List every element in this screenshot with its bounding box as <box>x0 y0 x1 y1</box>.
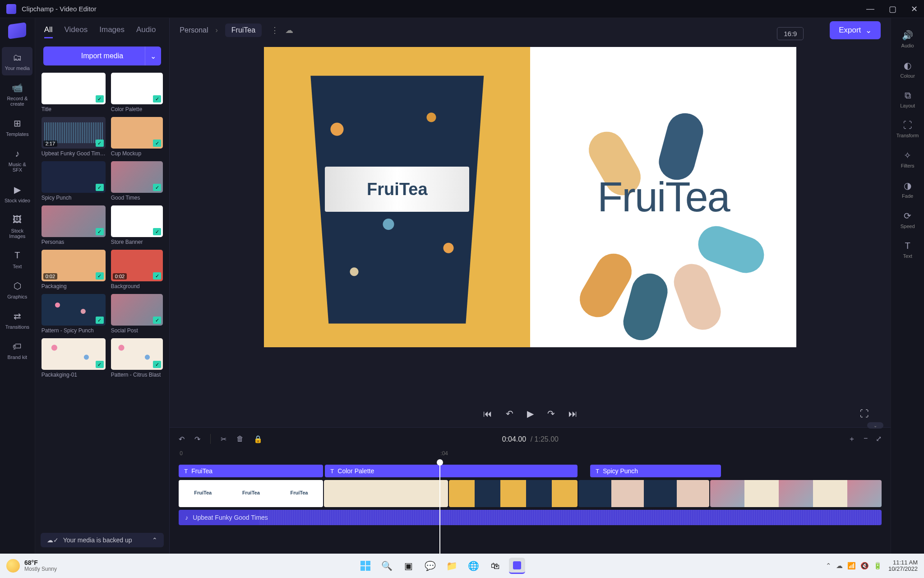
tool-audio[interactable]: 🔊Audio <box>893 25 922 53</box>
clipchamp-logo-icon[interactable] <box>8 22 26 39</box>
check-icon: ✓ <box>153 317 161 324</box>
minimize-button[interactable]: — <box>866 4 874 14</box>
taskbar-edge[interactable]: 🌐 <box>466 558 482 574</box>
media-item[interactable]: ✓Spicy Punch <box>42 161 106 201</box>
media-item[interactable]: ✓Personas <box>42 205 106 245</box>
media-thumbnail: ✓ <box>111 73 163 104</box>
fit-timeline-button[interactable]: ⤢ <box>876 434 882 444</box>
rail-record-create[interactable]: 📹Record & create <box>2 77 32 111</box>
chevron-up-icon[interactable]: ⌃ <box>152 536 157 544</box>
title-clip[interactable]: TFruiTea <box>179 465 323 477</box>
tool-filters[interactable]: ✧Filters <box>893 145 922 173</box>
rail-stock-video[interactable]: ▶Stock video <box>2 179 32 208</box>
media-label: Upbeat Funky Good Tim… <box>42 150 106 157</box>
tool-layout[interactable]: ⧉Layout <box>893 86 922 113</box>
backup-status[interactable]: ☁✓ Your media is backed up ⌃ <box>41 533 164 547</box>
tool-transform[interactable]: ⛶Transform <box>893 116 922 143</box>
media-item[interactable]: ✓Title <box>42 73 106 112</box>
media-item[interactable]: ✓Good Times <box>111 161 163 201</box>
taskbar-store[interactable]: 🛍 <box>487 558 504 574</box>
title-track: TFruiTeaTColor PaletteTSpicy Punch <box>179 465 882 477</box>
media-item[interactable]: ✓0:02Background <box>111 250 163 289</box>
media-item[interactable]: ✓Pattern - Spicy Punch <box>42 294 106 334</box>
tool-fade[interactable]: ◑Fade <box>893 176 922 203</box>
playhead[interactable] <box>439 462 440 554</box>
tool-colour[interactable]: ◐Colour <box>893 56 922 83</box>
media-thumbnail: ✓2:17 <box>42 117 106 149</box>
taskbar-clipchamp[interactable] <box>509 558 525 574</box>
split-button[interactable]: ✂ <box>221 435 226 443</box>
media-label: Spicy Punch <box>42 195 106 201</box>
video-preview[interactable]: 16:9 FruiTea Fru <box>264 47 796 347</box>
tab-images[interactable]: Images <box>99 25 125 38</box>
media-item[interactable]: ✓Packakging-01 <box>42 338 106 378</box>
zoom-in-button[interactable]: ＋ <box>848 434 855 444</box>
tray-onedrive-icon[interactable]: ☁ <box>836 562 843 570</box>
lock-button[interactable]: 🔒 <box>254 435 263 443</box>
skip-back-button[interactable]: ⏮ <box>483 409 492 419</box>
rail-text[interactable]: TText <box>2 245 32 274</box>
breadcrumb-project[interactable]: FruiTea <box>225 23 262 37</box>
aspect-ratio-badge[interactable]: 16:9 <box>777 27 804 40</box>
taskbar-taskview[interactable]: ▣ <box>401 558 417 574</box>
zoom-out-button[interactable]: − <box>864 434 868 444</box>
tray-battery-icon[interactable]: 🔋 <box>873 562 882 570</box>
cloud-sync-icon[interactable]: ☁ <box>285 25 293 35</box>
delete-button[interactable]: 🗑 <box>236 435 244 443</box>
media-item[interactable]: ✓0:02Packaging <box>42 250 106 289</box>
rail-brand-kit[interactable]: 🏷Brand kit <box>2 336 32 364</box>
tab-audio[interactable]: Audio <box>136 25 156 38</box>
media-thumbnail: ✓ <box>42 161 106 193</box>
rewind-button[interactable]: ↶ <box>506 408 513 419</box>
media-item[interactable]: ✓Store Banner <box>111 205 163 245</box>
start-button[interactable] <box>357 558 374 574</box>
maximize-button[interactable]: ▢ <box>889 4 896 14</box>
rail-transitions[interactable]: ⇄Transitions <box>2 306 32 334</box>
tray-chevron-icon[interactable]: ⌃ <box>826 562 832 570</box>
tab-all[interactable]: All <box>44 25 53 38</box>
media-item[interactable]: ✓Social Post <box>111 294 163 334</box>
taskbar-chat[interactable]: 💬 <box>422 558 439 574</box>
media-thumbnail: ✓ <box>111 294 163 326</box>
breadcrumb-root[interactable]: Personal <box>180 26 208 34</box>
chevron-down-icon[interactable]: ⌄ <box>145 47 161 65</box>
audio-icon: 🔊 <box>902 30 913 41</box>
duration-badge: 2:17 <box>43 140 57 147</box>
video-track[interactable]: FruiTeaFruiTeaFruiTea <box>179 480 882 507</box>
title-clip[interactable]: TSpicy Punch <box>590 465 721 477</box>
audio-track[interactable]: ♪ Upbeat Funky Good Times <box>179 510 882 525</box>
rail-templates[interactable]: ⊞Templates <box>2 113 32 141</box>
media-item[interactable]: ✓Pattern - Citrus Blast <box>111 338 163 378</box>
tray-wifi-icon[interactable]: 📶 <box>847 562 856 570</box>
undo-button[interactable]: ↶ <box>179 435 185 443</box>
skip-forward-button[interactable]: ⏭ <box>568 409 578 419</box>
tool-speed[interactable]: ⟳Speed <box>893 206 922 233</box>
media-thumbnail: ✓ <box>111 338 163 370</box>
export-button[interactable]: Export ⌄ <box>830 21 881 39</box>
media-item[interactable]: ✓Cup Mockup <box>111 117 163 157</box>
import-media-button[interactable]: Import media ⌄ <box>43 47 162 65</box>
transition-icon: ⇄ <box>11 310 23 322</box>
close-button[interactable]: ✕ <box>911 4 918 14</box>
redo-button[interactable]: ↷ <box>194 435 200 443</box>
taskbar-explorer[interactable]: 📁 <box>444 558 460 574</box>
rail-graphics[interactable]: ⬡Graphics <box>2 275 32 304</box>
fullscreen-button[interactable]: ⛶ <box>860 409 869 419</box>
title-clip[interactable]: TColor Palette <box>325 465 578 477</box>
tab-videos[interactable]: Videos <box>65 25 88 38</box>
tray-volume-icon[interactable]: 🔇 <box>860 562 869 570</box>
taskbar-weather[interactable]: 68°F Mostly Sunny <box>6 559 57 573</box>
folder-icon: 🗂 <box>11 51 23 63</box>
rail-music-sfx[interactable]: ♪Music & SFX <box>2 143 32 177</box>
forward-button[interactable]: ↷ <box>547 408 555 419</box>
taskbar-search[interactable]: 🔍 <box>379 558 395 574</box>
rail-stock-images[interactable]: 🖼Stock Images <box>2 210 32 243</box>
tool-text[interactable]: TText <box>893 236 922 263</box>
rail-your-media[interactable]: 🗂Your media <box>2 47 32 75</box>
play-button[interactable]: ▶ <box>527 408 534 419</box>
more-icon[interactable]: ⋮ <box>271 25 279 35</box>
timeline-ruler[interactable]: 0 :04 <box>170 450 891 462</box>
media-item[interactable]: ✓Color Palette <box>111 73 163 112</box>
media-item[interactable]: ✓2:17Upbeat Funky Good Tim… <box>42 117 106 157</box>
taskbar-clock[interactable]: 11:11 AM 10/27/2022 <box>888 559 918 573</box>
